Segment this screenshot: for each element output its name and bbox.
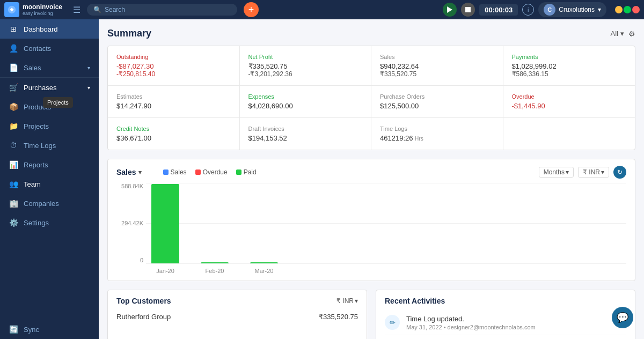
- legend-dot-sales: [163, 170, 169, 175]
- customer-amount: ₹335,520.75: [319, 313, 358, 321]
- purchases-icon: 🛒: [9, 83, 18, 92]
- recent-activities-panel: Recent Activities ✏ Time Log updated. Ma…: [376, 290, 635, 339]
- legend-sales: Sales: [163, 168, 187, 176]
- sidebar-item-purchases[interactable]: 🛒 Purchases ▾: [0, 77, 99, 97]
- bar-group-feb: [201, 262, 229, 263]
- summary-cell-timelogs: Time Logs 461219:26 Hrs: [371, 118, 503, 150]
- top-customers-title: Top Customers: [116, 297, 171, 305]
- sidebar-item-reports[interactable]: 📊 Reports: [0, 155, 99, 174]
- recent-activities-header: Recent Activities: [385, 297, 626, 305]
- layout: ⊞ Dashboard 👤 Contacts 📄 Sales ▾ 🛒 Purch…: [0, 19, 644, 339]
- xaxis-labels: Jan-20 Feb-20 Mar-20: [146, 268, 626, 274]
- summary-title: Summary: [107, 28, 151, 39]
- chevron-down-icon: ▾: [355, 297, 358, 305]
- sync-icon: 🔄: [9, 325, 18, 334]
- chevron-down-icon: ▾: [87, 65, 90, 71]
- logo-text: mooninvoice easy invoicing: [23, 3, 62, 16]
- currency-selector[interactable]: ₹ INR ▾: [336, 297, 358, 305]
- bar-mar: [250, 262, 278, 263]
- summary-cell-purchaseorders: Purchase Orders $125,500.00: [371, 86, 503, 118]
- search-bar[interactable]: 🔍: [87, 4, 237, 16]
- chevron-down-icon: ▾: [87, 85, 90, 91]
- topbar: mooninvoice easy invoicing ☰ 🔍 + 00:00:0…: [0, 0, 644, 19]
- products-icon: 📦: [9, 102, 18, 111]
- settings-icon: ⚙️: [9, 218, 18, 227]
- projects-icon: 📁: [9, 122, 18, 130]
- xaxis-mar: Mar-20: [250, 268, 278, 274]
- main-content: Summary All ▾ ⚙ Outstanding -$87,027.30 …: [99, 19, 644, 339]
- minimize-button[interactable]: [615, 6, 623, 13]
- account-button[interactable]: C Cruxolutions ▾: [538, 2, 606, 17]
- chart-area: 588.84K 294.42K 0: [116, 183, 626, 274]
- sidebar-item-timelogs[interactable]: ⏱ Time Logs: [0, 136, 99, 155]
- sidebar-item-sales[interactable]: 📄 Sales ▾: [0, 58, 99, 77]
- team-icon: 👥: [9, 180, 18, 188]
- sidebar-item-settings[interactable]: ⚙️ Settings: [0, 213, 99, 232]
- info-button[interactable]: i: [522, 4, 534, 16]
- sidebar: ⊞ Dashboard 👤 Contacts 📄 Sales ▾ 🛒 Purch…: [0, 19, 99, 339]
- sidebar-item-products[interactable]: 📦 Products Projects: [0, 97, 99, 116]
- recent-activities-title: Recent Activities: [385, 297, 445, 305]
- activity-item-1: ✏ Time Log updated. May 31, 2022 • desig…: [385, 311, 626, 335]
- maximize-button[interactable]: [624, 6, 631, 13]
- chevron-down-icon: ▾: [566, 168, 569, 176]
- sidebar-item-sync[interactable]: 🔄 Sync: [0, 320, 99, 339]
- activity-item-2: + New Time Log created. May 31, 2022 • d…: [385, 335, 626, 339]
- summary-cell-payments: Payments $1,028,999.02 ₹586,336.15: [503, 46, 635, 86]
- play-button[interactable]: [443, 3, 457, 17]
- activity-content: Time Log updated. May 31, 2022 • designe…: [406, 315, 536, 330]
- sidebar-item-team[interactable]: 👥 Team: [0, 174, 99, 194]
- chart-yaxis: 588.84K 294.42K 0: [116, 183, 143, 263]
- chart-section: Sales ▾ Sales Overdue Paid: [107, 159, 635, 281]
- bar-group-jan: [151, 184, 179, 263]
- chat-button[interactable]: 💬: [612, 307, 633, 328]
- legend-dot-paid: [236, 170, 241, 175]
- logo-icon: [4, 2, 19, 17]
- months-button[interactable]: Months ▾: [539, 167, 574, 178]
- sidebar-item-companies[interactable]: 🏢 Companies: [0, 194, 99, 213]
- logo: mooninvoice easy invoicing: [4, 2, 62, 17]
- sidebar-item-projects[interactable]: 📁 Projects: [0, 116, 99, 136]
- summary-cell-creditnotes: Credit Notes $36,671.00: [108, 118, 240, 150]
- add-button[interactable]: +: [244, 2, 259, 17]
- activity-icon-edit: ✏: [385, 315, 400, 330]
- bar-jan: [151, 184, 179, 263]
- customer-row: Rutherford Group ₹335,520.75: [116, 311, 358, 323]
- currency-button[interactable]: ₹ INR ▾: [578, 167, 609, 178]
- filter-icon[interactable]: ⚙: [628, 30, 635, 38]
- companies-icon: 🏢: [9, 199, 18, 208]
- summary-cell-netprofit: Net Profit ₹335,520.75 -₹3,201,292.36: [240, 46, 372, 86]
- chart-header: Sales ▾ Sales Overdue Paid: [116, 166, 626, 179]
- search-input[interactable]: [105, 6, 212, 13]
- bar-feb: [201, 262, 229, 263]
- top-customers-header: Top Customers ₹ INR ▾: [116, 297, 358, 305]
- summary-cell-overdue: Overdue -$1,445.90: [503, 86, 635, 118]
- sidebar-item-dashboard[interactable]: ⊞ Dashboard: [0, 19, 99, 39]
- legend-paid: Paid: [236, 168, 257, 176]
- top-customers-panel: Top Customers ₹ INR ▾ Rutherford Group ₹…: [107, 290, 367, 339]
- contacts-icon: 👤: [9, 44, 18, 53]
- hamburger-menu[interactable]: ☰: [71, 3, 83, 17]
- avatar: C: [544, 4, 555, 16]
- refresh-button[interactable]: ↻: [613, 166, 626, 179]
- chevron-down-icon: ▾: [620, 30, 624, 38]
- stop-button[interactable]: [461, 3, 475, 17]
- close-button[interactable]: [632, 6, 640, 13]
- sidebar-item-contacts[interactable]: 👤 Contacts: [0, 39, 99, 58]
- summary-cell-draftinvoices: Draft Invoices $194,153.52: [240, 118, 372, 150]
- chart-legend: Sales Overdue Paid: [163, 168, 257, 176]
- chevron-down-icon: ▾: [598, 6, 601, 13]
- dashboard-icon: ⊞: [9, 25, 18, 33]
- reports-icon: 📊: [9, 160, 18, 169]
- chevron-down-icon: ▾: [601, 168, 604, 176]
- legend-dot-overdue: [195, 170, 201, 175]
- topbar-right: 00:00:03 i C Cruxolutions ▾: [443, 2, 640, 17]
- all-filter-button[interactable]: All ▾: [611, 30, 624, 38]
- bottom-panels: Top Customers ₹ INR ▾ Rutherford Group ₹…: [107, 290, 635, 339]
- customer-name: Rutherford Group: [116, 313, 171, 321]
- summary-cell-estimates: Estimates $14,247.90: [108, 86, 240, 118]
- tooltip-projects: Projects: [43, 97, 73, 108]
- summary-cell-empty: [503, 118, 635, 150]
- chart-bars: [146, 183, 626, 263]
- sales-icon: 📄: [9, 63, 18, 72]
